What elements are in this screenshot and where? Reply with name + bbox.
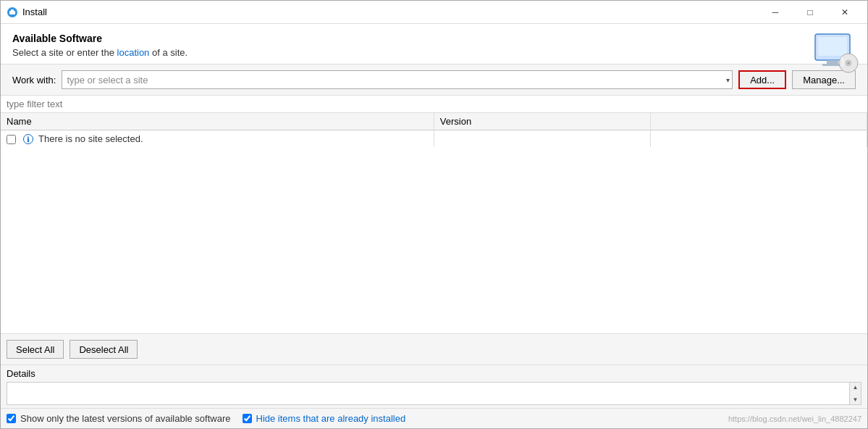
subtitle-plain: Select a site or enter the [12, 47, 117, 58]
title-bar: Install ─ □ ✕ [1, 1, 867, 24]
install-graphic [812, 31, 859, 75]
select-all-button[interactable]: Select All [7, 340, 64, 359]
latest-versions-text: Show only the latest versions of availab… [20, 413, 231, 424]
hide-installed-checkbox[interactable] [243, 414, 252, 423]
software-table: Name Version ℹ There is no site selected… [1, 113, 867, 147]
latest-versions-checkbox[interactable] [7, 414, 16, 423]
install-window: Install ─ □ ✕ Av [0, 0, 868, 429]
work-with-row: Work with: type or select a site ▾ Add..… [1, 64, 867, 96]
table-cell-version [434, 130, 650, 148]
table-header: Name Version [1, 113, 867, 130]
row-checkbox[interactable] [7, 135, 16, 144]
software-table-container: Name Version ℹ There is no site selected… [1, 113, 867, 334]
work-with-label: Work with: [12, 75, 56, 86]
page-title: Available Software [12, 33, 856, 44]
table-body: ℹ There is no site selected. [1, 130, 867, 148]
details-scrollbar: ▲ ▼ [849, 383, 861, 404]
site-select-wrapper: type or select a site ▾ [62, 70, 733, 89]
subtitle-link[interactable]: location [117, 47, 150, 58]
table-cell-extra [650, 130, 867, 148]
content-area: Available Software Select a site or ente… [1, 24, 867, 428]
maximize-button[interactable]: □ [793, 1, 827, 23]
scroll-up-arrow[interactable]: ▲ [853, 384, 859, 391]
subtitle: Select a site or enter the location of a… [12, 47, 856, 58]
window-icon [7, 7, 18, 18]
table-header-row: Name Version [1, 113, 867, 130]
minimize-button[interactable]: ─ [759, 1, 792, 23]
no-site-text: There is no site selected. [38, 133, 143, 144]
hide-installed-label: Hide items that are already installed [256, 413, 406, 424]
software-install-icon [812, 31, 859, 73]
details-section: Details ▲ ▼ [1, 365, 867, 409]
svg-rect-4 [818, 37, 847, 56]
window-controls: ─ □ ✕ [759, 1, 861, 23]
footer-checkbox-group-1: Show only the latest versions of availab… [7, 413, 231, 424]
info-icon: ℹ [23, 134, 33, 144]
svg-rect-2 [11, 9, 14, 12]
svg-point-9 [848, 62, 850, 64]
details-label: Details [7, 368, 35, 379]
bottom-buttons-row: Select All Deselect All [1, 334, 867, 365]
subtitle-rest: of a site. [149, 47, 187, 58]
details-box: ▲ ▼ [7, 382, 861, 405]
table-cell-name: ℹ There is no site selected. [1, 130, 434, 148]
close-button[interactable]: ✕ [828, 1, 861, 23]
watermark-text: https://blog.csdn.net/wei_lin_4882247 [728, 415, 861, 423]
col-name-header: Name [1, 113, 434, 130]
scroll-down-arrow[interactable]: ▼ [853, 396, 859, 403]
filter-row [1, 96, 867, 113]
table-row: ℹ There is no site selected. [1, 130, 867, 148]
footer-checkbox-group-2: Hide items that are already installed [243, 413, 406, 424]
window-title: Install [22, 7, 759, 17]
col-version-header: Version [434, 113, 650, 130]
col-extra-header [650, 113, 867, 130]
latest-versions-label: Show only the latest versions of availab… [20, 413, 231, 424]
hide-installed-text: Hide items that are already installed [256, 413, 406, 424]
site-select[interactable]: type or select a site [62, 70, 733, 89]
svg-rect-5 [827, 60, 838, 64]
add-button[interactable]: Add... [738, 70, 786, 89]
filter-input[interactable] [7, 99, 861, 109]
deselect-all-button[interactable]: Deselect All [69, 340, 138, 359]
footer-row: Show only the latest versions of availab… [1, 409, 867, 428]
header-section: Available Software Select a site or ente… [1, 24, 867, 64]
